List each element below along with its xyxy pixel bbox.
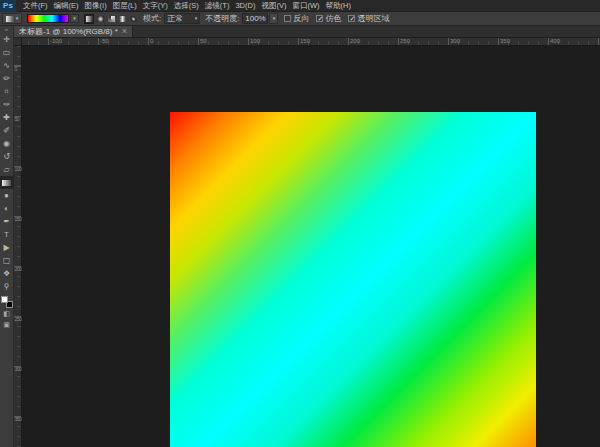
rectangular-marquee-tool-icon: ▭ [3,49,11,57]
horizontal-ruler[interactable]: -100-50050100150200250300350400450 [14,38,600,46]
chevron-down-icon: ▾ [16,16,19,21]
canvas-image[interactable] [170,112,536,447]
v-ruler-label: 250 [15,317,22,322]
horizontal-type-tool[interactable]: T [0,228,14,241]
radial-gradient-button[interactable] [95,14,105,24]
brush-tool-icon: ✐ [3,127,10,135]
gradient-tool-thumb-icon [6,16,15,22]
v-ruler-label: 200 [15,267,22,272]
menu-item-11[interactable]: 帮助(H) [323,0,354,12]
rectangle-tool[interactable]: ▢ [0,254,14,267]
blur-tool-icon: ● [4,192,9,200]
angle-gradient-button[interactable] [106,14,116,24]
h-ruler-label: 0 [150,38,153,45]
opacity-value: 100% [245,14,265,23]
hand-tool-icon: ❖ [3,270,10,278]
checkbox-checked-icon: ✓ [316,15,323,22]
linear-gradient-icon [86,16,93,22]
zoom-tool-icon: ⚲ [4,283,10,291]
eyedropper-tool-icon: ✑ [3,101,10,109]
clone-stamp-tool[interactable]: ◉ [0,137,14,150]
tool-list: ✛▭∿✏⌗✑✚✐◉↺▱●◐✒T▶▢❖⚲ [0,33,14,293]
mode-value: 正常 [167,13,183,24]
ruler-corner [14,38,22,46]
menu-item-2[interactable]: 编辑(E) [51,0,82,12]
h-ruler-label: 150 [300,38,310,45]
v-ruler-label: 0 [15,67,17,72]
menu-item-6[interactable]: 选择(S) [171,0,202,12]
canvas-workspace [22,46,600,447]
diamond-gradient-icon [129,15,136,22]
opacity-input[interactable]: 100% [242,13,268,24]
document-tab-title: 未标题-1 @ 100%(RGB/8) * [19,26,118,37]
menu-item-3[interactable]: 图像(I) [82,0,110,12]
v-ruler-label: 350 [15,417,22,422]
spot-healing-brush-tool[interactable]: ✚ [0,111,14,124]
opacity-label: 不透明度: [205,13,239,24]
horizontal-type-tool-icon: T [4,231,9,239]
quick-mask-button[interactable]: ◧ [0,308,14,319]
vertical-ruler[interactable]: 050100150200250300350 [14,46,22,447]
linear-gradient-button[interactable] [84,14,94,24]
checkbox-option-1[interactable]: 反向 [284,13,309,24]
gradient-preview[interactable] [27,14,69,23]
toolbox-collapse-button[interactable]: « [5,26,8,33]
h-ruler-label: 100 [250,38,260,45]
chevron-down-icon: ▾ [273,16,276,21]
gradient-tool[interactable] [0,176,14,189]
dodge-tool[interactable]: ◐ [0,202,14,215]
reflected-gradient-button[interactable] [117,14,127,24]
close-icon[interactable]: × [122,27,127,36]
rectangular-marquee-tool[interactable]: ▭ [0,46,14,59]
color-swatches [0,295,13,308]
diamond-gradient-button[interactable] [128,14,138,24]
quick-selection-tool[interactable]: ✏ [0,72,14,85]
eyedropper-tool[interactable]: ✑ [0,98,14,111]
photoshop-logo[interactable]: Ps [0,0,16,12]
menu-item-9[interactable]: 视图(V) [258,0,289,12]
opacity-slider-arrow[interactable]: ▾ [269,13,278,24]
history-brush-tool[interactable]: ↺ [0,150,14,163]
history-brush-tool-icon: ↺ [3,153,10,161]
menu-item-5[interactable]: 文字(Y) [140,0,171,12]
screen-mode-button[interactable]: ▣ [0,319,14,330]
mode-select[interactable]: 正常 ▾ [164,13,200,24]
gradient-picker-arrow[interactable]: ▾ [70,14,79,23]
tool-preset-picker[interactable]: ▾ [2,13,22,24]
checkbox-option-3[interactable]: ✓透明区域 [348,13,389,24]
reflected-gradient-icon [119,16,126,22]
blur-tool[interactable]: ● [0,189,14,202]
zoom-tool[interactable]: ⚲ [0,280,14,293]
path-selection-tool[interactable]: ▶ [0,241,14,254]
document-tab[interactable]: 未标题-1 @ 100%(RGB/8) * × [14,26,133,37]
hand-tool[interactable]: ❖ [0,267,14,280]
menu-item-1[interactable]: 文件(F) [20,0,51,12]
menu-items: 文件(F)编辑(E)图像(I)图层(L)文字(Y)选择(S)滤镜(T)3D(D)… [20,0,354,12]
foreground-color-swatch[interactable] [1,296,8,303]
menu-item-8[interactable]: 3D(D) [232,0,258,12]
lasso-tool[interactable]: ∿ [0,59,14,72]
menu-bar: Ps 文件(F)编辑(E)图像(I)图层(L)文字(Y)选择(S)滤镜(T)3D… [0,0,600,12]
move-tool[interactable]: ✛ [0,33,14,46]
move-tool-icon: ✛ [3,36,10,44]
brush-tool[interactable]: ✐ [0,124,14,137]
h-ruler-label: 200 [350,38,360,45]
h-ruler-label: 300 [450,38,460,45]
v-ruler-label: 150 [15,217,22,222]
photoshop-window: Ps 文件(F)编辑(E)图像(I)图层(L)文字(Y)选择(S)滤镜(T)3D… [0,0,600,447]
radial-gradient-icon [97,16,104,22]
document-tab-bar: 未标题-1 @ 100%(RGB/8) * × [14,26,600,38]
checkbox-unchecked-icon [284,15,291,22]
spot-healing-brush-tool-icon: ✚ [3,114,10,122]
h-ruler-label: 50 [200,38,207,45]
checkbox-option-2[interactable]: ✓仿色 [316,13,341,24]
eraser-tool[interactable]: ▱ [0,163,14,176]
pen-tool[interactable]: ✒ [0,215,14,228]
crop-tool[interactable]: ⌗ [0,85,14,98]
chevron-down-icon: ▾ [195,16,198,21]
menu-item-10[interactable]: 窗口(W) [289,0,322,12]
menu-item-4[interactable]: 图层(L) [110,0,140,12]
v-ruler-label: 300 [15,367,22,372]
menu-item-7[interactable]: 滤镜(T) [202,0,233,12]
crop-tool-icon: ⌗ [4,88,9,96]
